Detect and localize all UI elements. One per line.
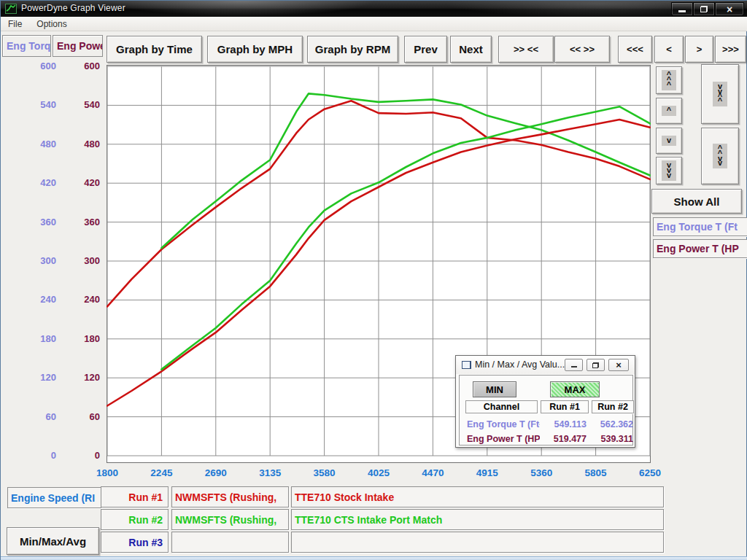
y-tick-label: 600 (59, 60, 100, 73)
torque-axis-tick-labels: 060120180240300360420480540600 (7, 1, 56, 560)
y-zoom-in-button[interactable]: v v ^ ^ (701, 64, 739, 124)
power-max-run1-value: 519.477 (541, 434, 587, 444)
y-tick-label: 600 (7, 60, 56, 73)
graph-by-rpm-button[interactable]: Graph by RPM (307, 36, 398, 63)
min-max-avg-button[interactable]: Min/Max/Avg (7, 527, 99, 555)
y-scroll-down-fast-button[interactable]: v v v (656, 157, 682, 184)
restore-icon (700, 6, 708, 12)
run3-description-field[interactable] (291, 532, 664, 553)
chevron-down-triple-icon: v v v (662, 160, 676, 180)
zoom-in-x-button[interactable]: >> << (498, 36, 554, 63)
tab-eng-torque[interactable]: Eng Torq (2, 35, 51, 57)
menu-file[interactable]: File (1, 18, 29, 31)
column-header-run2[interactable]: Run #2 (592, 400, 634, 413)
close-icon: × (727, 4, 732, 15)
y-tick-label: 180 (7, 332, 56, 346)
column-header-run1[interactable]: Run #1 (541, 400, 589, 413)
torque-max-run2-value: 562.362 (588, 419, 633, 429)
y-tick-label: 120 (59, 371, 100, 384)
y-tick-label: 300 (59, 254, 100, 268)
min-toggle-button[interactable]: MIN (473, 381, 516, 397)
y-tick-label: 0 (59, 449, 100, 462)
min-max-window-close-button[interactable]: × (608, 359, 629, 371)
run2-description-field[interactable]: TTE710 CTS Intake Port Match (291, 509, 664, 530)
chevrons-diverge-icon: ^ ^ v v (713, 144, 727, 168)
power-channel-field[interactable]: Eng Power T (HP (653, 239, 747, 258)
y-tick-label: 540 (59, 98, 100, 112)
document-icon (462, 361, 471, 369)
min-max-avg-window: Min / Max / Avg Valu... × MIN MAX Channe… (455, 355, 635, 448)
power-row-channel: Eng Power T (HP) (467, 434, 540, 444)
scroll-right-fast-button[interactable]: >>> (715, 36, 746, 63)
run1-label: Run #1 (101, 486, 169, 508)
y-scroll-up-button[interactable]: ^ (656, 98, 682, 124)
run3-label: Run #3 (101, 532, 169, 553)
y-tick-label: 60 (59, 411, 100, 424)
graph-by-time-button[interactable]: Graph by Time (107, 36, 202, 63)
y-tick-label: 180 (59, 332, 100, 346)
y-zoom-out-button[interactable]: ^ ^ v v (701, 128, 739, 184)
max-toggle-button[interactable]: MAX (550, 381, 600, 397)
min-max-panel: MIN MAX Channel Run #1 Run #2 Eng Torque… (459, 375, 633, 446)
x-tick-label: 3135 (248, 467, 292, 478)
min-max-window-restore-button[interactable] (587, 359, 605, 371)
y-tick-label: 300 (7, 254, 56, 268)
scroll-left-fast-button[interactable]: <<< (618, 36, 652, 63)
x-tick-label: 5805 (574, 467, 618, 478)
y-scroll-up-fast-button[interactable]: ^ ^ ^ (656, 66, 682, 94)
y-tick-label: 60 (7, 411, 56, 424)
min-max-window-minimize-button[interactable] (565, 359, 583, 371)
x-tick-label: 5360 (519, 467, 563, 478)
scroll-left-button[interactable]: < (654, 36, 684, 63)
minimize-icon (571, 366, 577, 368)
torque-channel-field[interactable]: Eng Torque T (Ft (653, 217, 747, 236)
x-tick-label: 2690 (194, 467, 238, 478)
y-tick-label: 480 (59, 138, 100, 151)
run2-name-field[interactable]: NWMSFTS (Rushing, (171, 509, 289, 530)
x-tick-label: 2245 (139, 467, 183, 478)
chevron-up-triple-icon: ^ ^ ^ (662, 70, 676, 90)
graph-by-mph-button[interactable]: Graph by MPH (207, 36, 303, 63)
y-tick-label: 240 (7, 293, 56, 306)
window-title: PowerDyne Graph Viewer (21, 3, 125, 13)
y-tick-label: 420 (7, 176, 56, 190)
y-tick-label: 240 (59, 293, 100, 306)
y-tick-label: 480 (7, 138, 56, 151)
menu-options[interactable]: Options (29, 18, 74, 31)
run2-label: Run #2 (101, 509, 169, 530)
run1-description-field[interactable]: TTE710 Stock Intake (291, 486, 664, 508)
y-scroll-down-button[interactable]: v (656, 128, 682, 154)
x-tick-label: 4470 (411, 467, 454, 478)
show-all-button[interactable]: Show All (651, 189, 742, 214)
column-header-channel[interactable]: Channel (465, 400, 538, 413)
x-tick-label: 1800 (85, 467, 129, 478)
next-button[interactable]: Next (450, 36, 492, 63)
power-max-run2-value: 539.311 (588, 434, 633, 444)
power-axis-tick-labels: 060120180240300360420480540600 (59, 1, 100, 560)
maximize-restore-button[interactable] (693, 2, 715, 16)
scroll-right-button[interactable]: > (685, 36, 713, 63)
x-channel-field[interactable]: Engine Speed (RI (7, 487, 101, 508)
close-button[interactable]: × (715, 2, 744, 16)
restore-icon (592, 362, 599, 368)
window-frame-bottom (1, 556, 747, 560)
minimize-button[interactable] (671, 2, 693, 16)
y-tick-label: 120 (7, 371, 56, 384)
x-tick-label: 3580 (303, 467, 347, 478)
zoom-out-x-button[interactable]: << >> (554, 36, 610, 63)
y-tick-label: 540 (7, 98, 56, 112)
app-icon (5, 3, 17, 15)
run1-name-field[interactable]: NWMSFTS (Rushing, (171, 486, 289, 508)
chevrons-converge-icon: v v ^ ^ (713, 82, 727, 106)
min-max-window-title-bar[interactable]: Min / Max / Avg Valu... × (456, 356, 635, 374)
run3-name-field[interactable] (171, 532, 289, 553)
tab-eng-power[interactable]: Eng Powe (53, 35, 103, 57)
torque-max-run1-value: 549.113 (541, 419, 587, 429)
title-bar: PowerDyne Graph Viewer × (1, 1, 747, 17)
min-max-window-title: Min / Max / Avg Valu... (475, 359, 565, 370)
x-tick-label: 4915 (465, 467, 509, 478)
chevron-down-icon: v (662, 136, 676, 146)
x-tick-label: 4025 (357, 467, 400, 478)
prev-button[interactable]: Prev (404, 36, 447, 63)
y-tick-label: 360 (7, 216, 56, 229)
